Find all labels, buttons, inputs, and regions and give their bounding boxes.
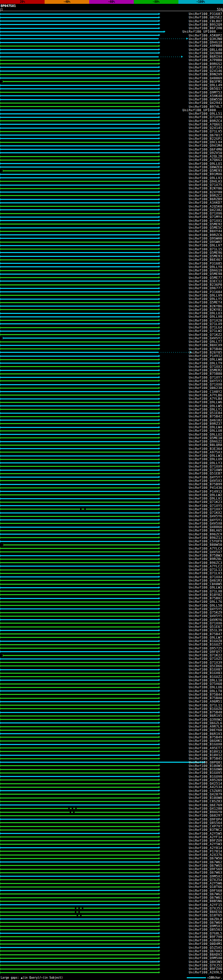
alignment-bar (0, 815, 159, 816)
identity-key-segment: ~100% (178, 0, 223, 4)
hit-row: UniRef100_Q9LLY5 (0, 297, 223, 301)
alignment-arrowhead-icon (159, 555, 160, 557)
alignment-arrowhead-icon (159, 48, 160, 51)
alignment-arrowhead-icon (159, 957, 160, 959)
hit-row: UniRef100_Q5ME77 (0, 276, 223, 280)
hit-label: UniRef100_Q10T66 (189, 885, 222, 889)
alignment-bar (0, 320, 159, 321)
hit-row: UniRef100_Q51L39 (0, 628, 223, 632)
alignment-bar (0, 701, 159, 702)
alignment-bar (0, 498, 159, 499)
hit-label: UniRef100_P14913 (189, 490, 222, 493)
hit-row: UniRef100_Q9LLW2 (0, 493, 223, 497)
alignment-bar (0, 213, 159, 214)
alignment-bar (0, 295, 159, 296)
hit-label: UniRef100_Q7G8L5 (189, 932, 222, 935)
hit-row: UniRef100_B8AES6 (0, 910, 223, 913)
alignment-bar (0, 466, 159, 467)
hit-rows: UniRef100_P31687UniRef100_Q82SE2UniRef10… (0, 12, 223, 975)
alignment-arrowhead-icon (159, 70, 160, 72)
hit-row: UniRef100_Q4Y5Y1 (0, 518, 223, 522)
hit-label: UniRef100_Q71X75 (189, 183, 222, 187)
hit-row: UniRef100_B6R1V5 (0, 714, 223, 718)
alignment-arrowhead-icon (159, 80, 160, 83)
hit-row: UniRef100_C0A0W5 (0, 582, 223, 586)
hit-label: UniRef100_B2XY80 (189, 191, 222, 194)
hit-row: UniRef100_Q9LLU2 (0, 433, 223, 436)
alignment-arrowhead-icon (159, 711, 160, 713)
alignment-bar (0, 573, 159, 574)
alignment-arrowhead-icon (159, 294, 160, 296)
hit-row: UniRef100_Q9LLV1 (0, 497, 223, 500)
hit-row: UniRef100_Q9LL49 (0, 83, 223, 87)
hit-row: UniRef100_Q9LLU1 (0, 162, 223, 165)
hit-label: UniRef100_Q5MER2 (189, 369, 222, 372)
alignment-bar (0, 74, 159, 75)
alignment-arrowhead-icon (159, 73, 160, 75)
alignment-arrowhead-icon (159, 950, 160, 952)
alignment-bar (0, 95, 159, 96)
hit-label: UniRef100_Q5MET4 (189, 301, 222, 304)
alignment-bar (0, 42, 159, 43)
hit-label: UniRef100_B0XY44 (189, 230, 222, 233)
alignment-arrowhead-icon (159, 127, 160, 129)
hit-label: UniRef100_A7Q6G3 (189, 159, 222, 162)
alignment-bar (0, 630, 159, 631)
hit-row: UniRef100_A96M51 (0, 700, 223, 703)
alignment-arrowhead-icon (159, 205, 160, 207)
hit-row: UniRef100_Q71XX4 (0, 575, 223, 579)
hit-label: UniRef100_B9RGS2 (189, 62, 222, 66)
hit-row: UniRef100_Q9M5X2 (0, 875, 223, 878)
hit-row: UniRef100_A2YF15 (0, 903, 223, 907)
hit-label: UniRef100_UP1000... (183, 109, 222, 112)
hit-label: UniRef100_Q71L13 (189, 568, 222, 571)
alignment-bar (0, 71, 159, 72)
hit-label: UniRef100_B2KY06 (189, 187, 222, 190)
hit-row: UniRef100_B3TJI4 (0, 66, 223, 69)
hit-row: UniRef100_B96ZC3 (0, 561, 223, 565)
alignment-arrowhead-icon (159, 401, 160, 403)
alignment-bar (0, 516, 159, 517)
alignment-arrowhead-icon (159, 95, 160, 97)
hit-label: UniRef100_Q9LLV9 (189, 294, 222, 297)
hit-row: UniRef100_Q941M4 (0, 144, 223, 147)
hit-row: UniRef100_Q9CLV4 (0, 140, 223, 144)
alignment-arrowhead-icon (159, 494, 160, 496)
large-gap-mark (79, 908, 80, 909)
hit-row: UniRef100_Q9LLT8 (0, 689, 223, 693)
hit-row: UniRef100_Q5ME93 (0, 255, 223, 258)
hit-row: UniRef100_A7YLC2 (0, 565, 223, 568)
alignment-arrowhead-icon (181, 56, 183, 58)
alignment-bar (0, 131, 159, 132)
alignment-arrowhead-icon (159, 151, 160, 154)
hit-row: UniRef100_Q71X39 (0, 661, 223, 664)
gaps-legend: Large gaps: ▲(in Query)/—(in Subject) (1, 976, 63, 979)
hit-label: UniRef100_B2KYB6 (189, 305, 222, 308)
hit-label: UniRef100_Q71LG4 (189, 326, 222, 329)
alignment-arrowhead-icon (159, 52, 160, 54)
hit-row: UniRef100_Q42880 (0, 51, 223, 55)
hit-row: UniRef100_A5K0P2 (0, 34, 223, 37)
hit-row: UniRef100_Q71LW2 (0, 329, 223, 333)
alignment-bar (0, 890, 159, 891)
hit-label: UniRef100_Q4V5X7 (189, 550, 222, 554)
hit-row: UniRef100_Q42879 (0, 792, 223, 796)
alignment-bar (0, 195, 159, 196)
hit-row: UniRef100_B75BA0 (0, 696, 223, 700)
hit-row: UniRef100_B96ZC9 (0, 533, 223, 536)
alignment-arrowhead-icon (159, 626, 160, 628)
alignment-arrowhead-icon (159, 184, 160, 186)
alignment-arrowhead-icon (159, 651, 160, 652)
hit-label: UniRef100_Q9MT53 (189, 91, 222, 94)
alignment-arrowhead-icon (159, 562, 160, 563)
hit-label: UniRef100_Q67W50 (189, 857, 222, 860)
hit-row: UniRef100_Q71XX7 (0, 508, 223, 511)
hit-label: UniRef100_Q4V5Y5 (189, 615, 222, 618)
alignment-arrowhead-icon (159, 337, 160, 339)
hit-row: UniRef100_Q9FS69 (0, 867, 223, 871)
alignment-bar (0, 901, 159, 902)
hit-row: UniRef100_Q9LLW3 (0, 586, 223, 589)
alignment-arrowhead-icon (159, 412, 160, 414)
alignment-bar (0, 662, 159, 663)
alignment-bar (0, 869, 159, 870)
